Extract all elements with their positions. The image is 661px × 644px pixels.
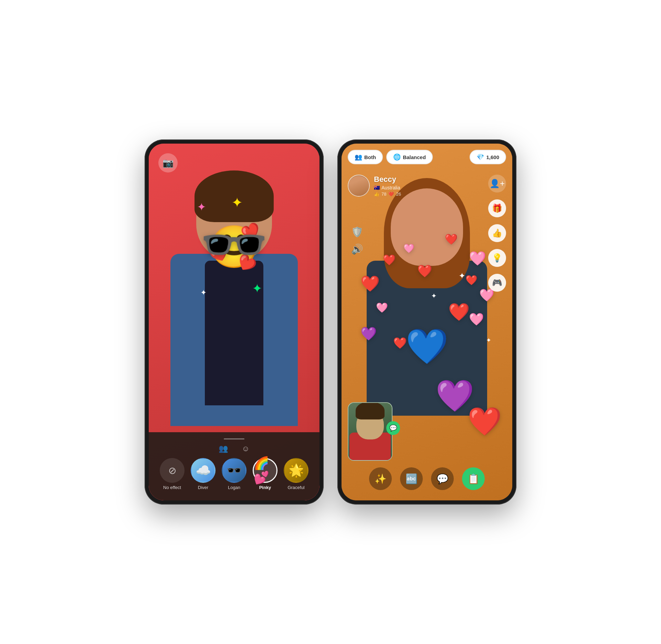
heart-red-6: ❤️ [448,302,470,322]
filter-items: ⊘ No effect ☁️ Diver 🕶️ Logan 🌈💕 [152,458,316,490]
filter-item-pinky[interactable]: 🌈💕 Pinky [253,458,277,490]
extra-button[interactable]: 🎮 [488,274,506,292]
user-country: 🇦🇺 Australia [374,185,401,190]
sparkle-w1: ✦ [459,271,465,281]
shield-button[interactable]: 🛡️ [351,226,363,238]
filter-diver-icon: ☁️ [191,458,216,483]
thumbs-up-icon: 👍 [374,191,379,197]
smiley-icon[interactable]: ☺️ [242,444,249,453]
filter-item-diver[interactable]: ☁️ Diver [191,458,216,490]
woman-head [391,188,463,266]
avatar-image [348,176,369,196]
filter-divider [224,438,244,439]
filter-no-effect-label: No effect [163,485,181,490]
filter-bar: 👥 ☺️ ⊘ No effect ☁️ Diver 🕶️ [149,432,319,500]
sparkle-w2: ✦ [431,292,437,300]
user-name: Beccy [374,175,401,184]
both-label: Both [364,154,376,160]
filter-graceful-icon: 🌟 [284,458,308,483]
filter-no-effect-icon: ⊘ [160,458,185,483]
heart-pink-1: 🩷 [403,243,414,253]
like-count: 78 [381,191,386,197]
sparkle-yellow: ✦ [231,195,243,210]
flag-icon: 🇦🇺 [374,185,380,190]
gem-icon: 💎 [476,153,484,161]
balanced-icon: 🌐 [393,153,401,161]
phones-container: 🥰 🕶️ ✦ ✦ ✦ ✦ 📷 [0,0,661,644]
exit-button[interactable]: 📋 [462,467,485,490]
heart-pink-4: 🩷 [469,312,484,326]
heart-red-2: ❤️ [383,254,396,266]
camera-button[interactable]: 📷 [158,153,178,173]
group-icon[interactable]: 👥 [219,444,228,453]
heart-pink-2: 🩷 [469,250,486,267]
gift-button[interactable]: 🎁 [488,199,506,217]
sparkle-green: ✦ [252,281,262,296]
both-icon: 👥 [355,153,362,161]
heart-pink-5: 🩷 [376,302,388,313]
heart-red-5: ❤️ [465,274,478,286]
filter-item-logan[interactable]: 🕶️ Logan [222,458,246,490]
heart-icon-small: ❤️ [388,191,394,197]
sparkle-pink: ✦ [197,200,206,214]
self-preview [348,402,392,461]
user-details: Beccy 🇦🇺 Australia 👍 78 ❤️ 26 [374,175,401,197]
heart-blue-large: 💙 [406,326,449,367]
phone-right: ❤️ ❤️ 🩷 ❤️ ❤️ 🩷 ❤️ 🩷 ❤️ 🩷 💜 🩷 ❤️ 💙 💜 ❤️ [337,139,516,505]
balanced-label: Balanced [403,154,426,160]
filter-diver-label: Diver [198,485,208,490]
filter-item-no-effect[interactable]: ⊘ No effect [160,458,185,490]
heart-red-7: ❤️ [393,336,407,350]
add-friend-button[interactable]: 👤+ [488,175,506,193]
heart-red-1: ❤️ [360,274,380,293]
sparkle-white: ✦ [200,288,207,297]
heart-red-3: ❤️ [417,264,432,278]
user-avatar [348,175,370,197]
user-stats: 👍 78 ❤️ 26 [374,191,401,197]
self-preview-person [348,403,392,460]
top-bar: 👥 Both 🌐 Balanced 💎 1,600 [348,150,506,164]
translate-button[interactable]: 🔤 [400,467,423,490]
both-pill[interactable]: 👥 Both [348,150,383,164]
balanced-pill[interactable]: 🌐 Balanced [386,150,433,164]
phone-left: 🥰 🕶️ ✦ ✦ ✦ ✦ 📷 [145,139,324,505]
right-screen: ❤️ ❤️ 🩷 ❤️ ❤️ 🩷 ❤️ 🩷 ❤️ 🩷 💜 🩷 ❤️ 💙 💜 ❤️ [342,144,512,500]
heart-red-4: ❤️ [445,233,458,245]
bottom-actions: ✨ 🔤 💬 📋 [342,467,512,490]
user-info: Beccy 🇦🇺 Australia 👍 78 ❤️ 26 [348,175,401,197]
gems-count: 1,600 [486,154,499,160]
heart-purple-1: 💜 [360,326,377,341]
gems-pill[interactable]: 💎 1,600 [470,150,506,164]
filter-logan-label: Logan [228,485,240,490]
magic-wand-button[interactable]: ✨ [369,467,392,490]
country-label: Australia [381,185,400,190]
idea-button[interactable]: 💡 [488,249,506,267]
filter-pinky-icon: 🌈💕 [253,458,277,483]
filter-item-graceful[interactable]: 🌟 Graceful [284,458,308,490]
filter-top-icons: 👥 ☺️ [152,444,316,453]
sparkle-w3: ✦ [486,336,491,344]
filter-pinky-label: Pinky [259,485,271,490]
preview-action-button[interactable]: 💬 [386,421,400,435]
volume-button[interactable]: 🔊 [351,243,363,255]
filter-logan-icon: 🕶️ [222,458,246,483]
side-actions: 👤+ 🎁 👍 💡 🎮 [488,175,506,292]
left-screen: 🥰 🕶️ ✦ ✦ ✦ ✦ 📷 [149,144,319,500]
like-button[interactable]: 👍 [488,224,506,242]
filter-graceful-label: Graceful [287,485,304,490]
heart-glasses-emoji: 🕶️ [200,212,269,277]
score-count: 26 [396,191,401,197]
heart-red-large: ❤️ [468,405,502,438]
chat-button[interactable]: 💬 [431,467,454,490]
